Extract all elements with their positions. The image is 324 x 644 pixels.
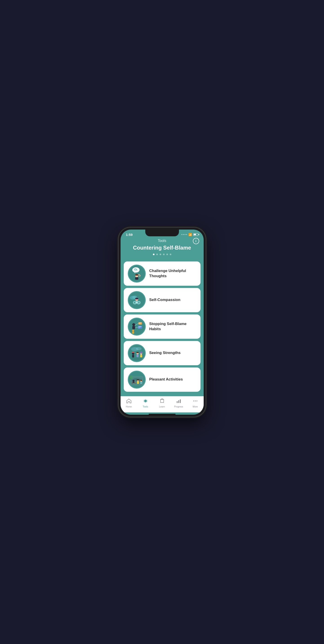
tool-label-challenge: Challenge Unhelpful Thoughts xyxy=(149,268,196,278)
dot-6 xyxy=(170,254,171,255)
nav-item-home[interactable]: Home xyxy=(122,398,136,408)
nav-item-learn[interactable]: Learn xyxy=(155,398,169,408)
svg-rect-32 xyxy=(136,354,139,357)
tool-card-pleasant-activities[interactable]: Pleasant Activities xyxy=(124,368,201,392)
tool-label-habits: Stopping Self-Blame Habits xyxy=(149,322,196,331)
svg-rect-4 xyxy=(135,277,138,280)
time-display: 1:59 xyxy=(126,233,133,236)
tool-label-activities: Pleasant Activities xyxy=(149,377,183,382)
dot-4 xyxy=(163,254,165,255)
notch xyxy=(145,230,179,236)
svg-rect-55 xyxy=(180,400,181,403)
page-title: Tools xyxy=(125,239,199,243)
tool-icon-challenge xyxy=(128,264,146,282)
svg-point-58 xyxy=(196,400,197,402)
tool-card-challenge-unhelpful-thoughts[interactable]: Challenge Unhelpful Thoughts xyxy=(124,262,201,286)
progress-icon xyxy=(176,398,181,405)
svg-rect-17 xyxy=(138,326,141,326)
home-icon xyxy=(126,398,132,405)
svg-point-22 xyxy=(132,330,134,332)
wifi-icon: 📶 xyxy=(188,233,192,236)
tool-label-strengths: Seeing Strengths xyxy=(149,350,181,355)
tools-list: Challenge Unhelpful Thoughts xyxy=(121,259,204,396)
dot-1 xyxy=(153,254,154,255)
page-dots xyxy=(125,254,199,255)
svg-rect-29 xyxy=(132,355,134,358)
nav-label-more: More xyxy=(193,406,198,408)
dot-5 xyxy=(166,254,168,255)
tools-icon xyxy=(143,398,148,405)
tool-card-self-compassion[interactable]: Self-Compassion xyxy=(124,288,201,312)
svg-rect-13 xyxy=(138,322,142,324)
svg-rect-45 xyxy=(137,382,139,384)
svg-point-1 xyxy=(132,267,139,272)
tool-icon-habits xyxy=(128,318,146,336)
battery-icon xyxy=(193,234,198,236)
tool-icon-strengths xyxy=(128,344,146,362)
tool-card-seeing-strengths[interactable]: Seeing Strengths xyxy=(124,341,201,365)
status-right-icons: 📶 xyxy=(181,233,198,236)
signal-icon xyxy=(181,234,187,235)
nav-item-progress[interactable]: Progress xyxy=(172,398,185,408)
tool-card-stopping-self-blame[interactable]: Stopping Self-Blame Habits xyxy=(124,314,201,339)
svg-rect-12 xyxy=(132,326,135,329)
svg-rect-47 xyxy=(140,382,142,384)
svg-point-11 xyxy=(132,323,135,326)
nav-label-tools: Tools xyxy=(143,406,148,408)
svg-rect-54 xyxy=(178,400,179,403)
learn-icon xyxy=(160,398,165,405)
svg-rect-14 xyxy=(139,322,142,323)
info-button[interactable]: i xyxy=(193,238,199,244)
nav-label-progress: Progress xyxy=(174,406,183,408)
svg-point-10 xyxy=(129,318,145,335)
svg-point-26 xyxy=(136,347,141,350)
svg-rect-15 xyxy=(139,323,141,324)
nav-label-home: Home xyxy=(126,406,132,408)
nav-item-more[interactable]: More xyxy=(189,398,202,408)
svg-rect-23 xyxy=(132,332,134,334)
svg-point-49 xyxy=(130,375,133,379)
phone-screen: 1:59 📶 Tools i Countering Self-Blame xyxy=(121,230,204,415)
dot-2 xyxy=(156,254,158,255)
svg-rect-19 xyxy=(138,328,140,328)
svg-rect-40 xyxy=(132,383,133,384)
section-title: Countering Self-Blame xyxy=(125,244,199,251)
svg-point-56 xyxy=(193,400,194,402)
bottom-nav: Home Tools xyxy=(121,396,204,412)
svg-point-57 xyxy=(195,400,196,402)
tool-icon-activities xyxy=(128,371,146,388)
svg-rect-43 xyxy=(132,382,134,383)
svg-rect-41 xyxy=(135,383,135,384)
nav-label-learn: Learn xyxy=(159,406,165,408)
svg-point-42 xyxy=(132,380,134,382)
phone-frame: 1:59 📶 Tools i Countering Self-Blame xyxy=(118,227,206,417)
svg-rect-53 xyxy=(177,401,178,403)
nav-item-tools[interactable]: Tools xyxy=(139,398,152,408)
svg-rect-18 xyxy=(138,327,141,327)
svg-point-27 xyxy=(131,358,142,360)
page-header: Tools i Countering Self-Blame xyxy=(121,238,204,259)
tool-icon-compassion xyxy=(128,291,146,309)
tool-label-compassion: Self-Compassion xyxy=(149,298,181,302)
dot-3 xyxy=(160,254,161,255)
more-icon xyxy=(193,398,198,405)
svg-rect-34 xyxy=(140,355,142,358)
home-indicator xyxy=(149,414,176,415)
